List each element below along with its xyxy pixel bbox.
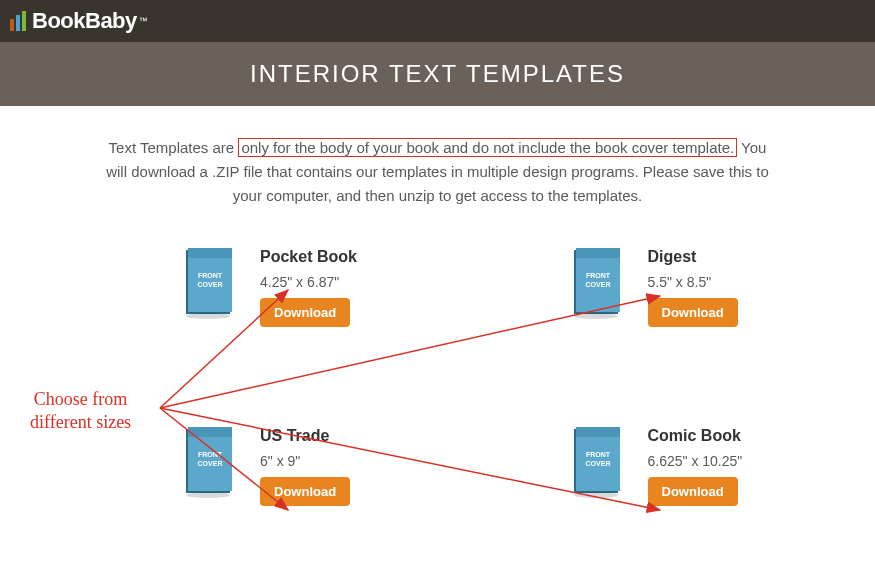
topbar: BookBaby™ — [0, 0, 875, 42]
template-title: US Trade — [260, 427, 350, 445]
svg-rect-14 — [188, 427, 232, 437]
svg-text:COVER: COVER — [198, 460, 223, 467]
svg-text:FRONT: FRONT — [585, 272, 610, 279]
intro-text: Text Templates are only for the body of … — [100, 136, 775, 208]
svg-text:COVER: COVER — [198, 281, 223, 288]
download-button[interactable]: Download — [260, 477, 350, 506]
annotation-label: Choose from different sizes — [30, 388, 131, 435]
book-cover-icon: FRONTCOVER — [180, 248, 236, 320]
svg-text:FRONT: FRONT — [585, 451, 610, 458]
template-info: Pocket Book 4.25" x 6.87" Download — [260, 248, 357, 327]
svg-text:COVER: COVER — [585, 281, 610, 288]
template-title: Digest — [648, 248, 738, 266]
content: Text Templates are only for the body of … — [0, 106, 875, 546]
intro-pre: Text Templates are — [109, 139, 239, 156]
annotation-line2: different sizes — [30, 411, 131, 434]
template-card-digest: FRONTCOVER Digest 5.5" x 8.5" Download — [568, 248, 816, 327]
svg-text:FRONT: FRONT — [198, 272, 223, 279]
svg-point-11 — [574, 313, 618, 319]
template-info: Digest 5.5" x 8.5" Download — [648, 248, 738, 327]
logo-text: BookBaby — [32, 8, 137, 34]
book-cover-icon: FRONTCOVER — [568, 427, 624, 499]
template-title: Comic Book — [648, 427, 743, 445]
book-cover-icon: FRONTCOVER — [180, 427, 236, 499]
download-button[interactable]: Download — [648, 477, 738, 506]
template-dimensions: 6" x 9" — [260, 453, 350, 469]
svg-rect-8 — [576, 248, 620, 258]
template-dimensions: 4.25" x 6.87" — [260, 274, 357, 290]
logo[interactable]: BookBaby™ — [10, 8, 148, 34]
svg-point-17 — [186, 492, 230, 498]
download-button[interactable]: Download — [260, 298, 350, 327]
logo-bars-icon — [10, 11, 26, 31]
book-cover-icon: FRONTCOVER — [568, 248, 624, 320]
intro-highlight: only for the body of your book and do no… — [238, 138, 737, 157]
template-card-us-trade: FRONTCOVER US Trade 6" x 9" Download — [180, 427, 428, 506]
template-info: Comic Book 6.625" x 10.25" Download — [648, 427, 743, 506]
svg-point-23 — [574, 492, 618, 498]
template-title: Pocket Book — [260, 248, 357, 266]
page-title: INTERIOR TEXT TEMPLATES — [0, 60, 875, 88]
svg-text:COVER: COVER — [585, 460, 610, 467]
annotation-line1: Choose from — [30, 388, 131, 411]
template-card-comic-book: FRONTCOVER Comic Book 6.625" x 10.25" Do… — [568, 427, 816, 506]
svg-point-5 — [186, 313, 230, 319]
svg-rect-20 — [576, 427, 620, 437]
banner: INTERIOR TEXT TEMPLATES — [0, 42, 875, 106]
template-dimensions: 5.5" x 8.5" — [648, 274, 738, 290]
svg-text:FRONT: FRONT — [198, 451, 223, 458]
template-info: US Trade 6" x 9" Download — [260, 427, 350, 506]
template-card-pocket-book: FRONTCOVER Pocket Book 4.25" x 6.87" Dow… — [180, 248, 428, 327]
template-dimensions: 6.625" x 10.25" — [648, 453, 743, 469]
logo-tm: ™ — [139, 16, 148, 26]
download-button[interactable]: Download — [648, 298, 738, 327]
svg-rect-2 — [188, 248, 232, 258]
templates-grid: FRONTCOVER Pocket Book 4.25" x 6.87" Dow… — [60, 248, 815, 526]
